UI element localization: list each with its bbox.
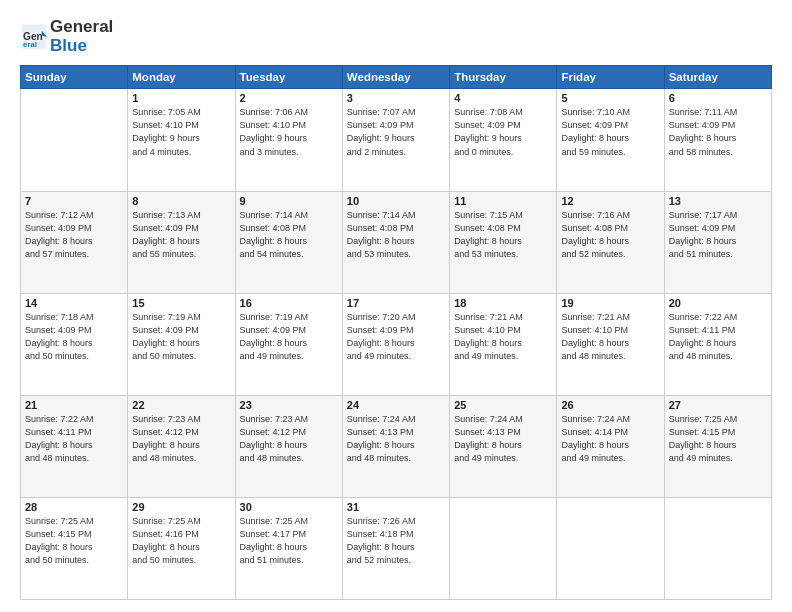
calendar-cell	[664, 497, 771, 599]
calendar-cell	[21, 89, 128, 191]
day-number: 16	[240, 297, 338, 309]
calendar-cell: 9Sunrise: 7:14 AM Sunset: 4:08 PM Daylig…	[235, 191, 342, 293]
day-number: 27	[669, 399, 767, 411]
calendar-cell: 22Sunrise: 7:23 AM Sunset: 4:12 PM Dayli…	[128, 395, 235, 497]
calendar-cell: 6Sunrise: 7:11 AM Sunset: 4:09 PM Daylig…	[664, 89, 771, 191]
calendar-cell: 2Sunrise: 7:06 AM Sunset: 4:10 PM Daylig…	[235, 89, 342, 191]
calendar-week-1: 1Sunrise: 7:05 AM Sunset: 4:10 PM Daylig…	[21, 89, 772, 191]
day-number: 29	[132, 501, 230, 513]
weekday-header-row: SundayMondayTuesdayWednesdayThursdayFrid…	[21, 66, 772, 89]
calendar-cell: 15Sunrise: 7:19 AM Sunset: 4:09 PM Dayli…	[128, 293, 235, 395]
day-info: Sunrise: 7:17 AM Sunset: 4:09 PM Dayligh…	[669, 209, 767, 261]
day-info: Sunrise: 7:23 AM Sunset: 4:12 PM Dayligh…	[240, 413, 338, 465]
day-number: 1	[132, 92, 230, 104]
calendar-cell: 26Sunrise: 7:24 AM Sunset: 4:14 PM Dayli…	[557, 395, 664, 497]
logo-text: GeneralBlue	[50, 18, 113, 55]
day-info: Sunrise: 7:25 AM Sunset: 4:17 PM Dayligh…	[240, 515, 338, 567]
day-info: Sunrise: 7:19 AM Sunset: 4:09 PM Dayligh…	[132, 311, 230, 363]
day-info: Sunrise: 7:16 AM Sunset: 4:08 PM Dayligh…	[561, 209, 659, 261]
day-info: Sunrise: 7:22 AM Sunset: 4:11 PM Dayligh…	[25, 413, 123, 465]
day-number: 13	[669, 195, 767, 207]
day-info: Sunrise: 7:19 AM Sunset: 4:09 PM Dayligh…	[240, 311, 338, 363]
day-number: 28	[25, 501, 123, 513]
calendar-cell: 7Sunrise: 7:12 AM Sunset: 4:09 PM Daylig…	[21, 191, 128, 293]
day-number: 31	[347, 501, 445, 513]
calendar-week-4: 21Sunrise: 7:22 AM Sunset: 4:11 PM Dayli…	[21, 395, 772, 497]
calendar-cell: 5Sunrise: 7:10 AM Sunset: 4:09 PM Daylig…	[557, 89, 664, 191]
calendar-cell: 31Sunrise: 7:26 AM Sunset: 4:18 PM Dayli…	[342, 497, 449, 599]
day-number: 10	[347, 195, 445, 207]
day-number: 19	[561, 297, 659, 309]
day-info: Sunrise: 7:25 AM Sunset: 4:15 PM Dayligh…	[669, 413, 767, 465]
day-number: 9	[240, 195, 338, 207]
calendar-week-2: 7Sunrise: 7:12 AM Sunset: 4:09 PM Daylig…	[21, 191, 772, 293]
calendar-cell: 11Sunrise: 7:15 AM Sunset: 4:08 PM Dayli…	[450, 191, 557, 293]
day-number: 15	[132, 297, 230, 309]
calendar-cell: 19Sunrise: 7:21 AM Sunset: 4:10 PM Dayli…	[557, 293, 664, 395]
svg-text:eral: eral	[23, 40, 37, 49]
day-number: 3	[347, 92, 445, 104]
weekday-header-sunday: Sunday	[21, 66, 128, 89]
day-number: 11	[454, 195, 552, 207]
calendar-cell: 4Sunrise: 7:08 AM Sunset: 4:09 PM Daylig…	[450, 89, 557, 191]
day-number: 7	[25, 195, 123, 207]
day-number: 18	[454, 297, 552, 309]
day-number: 17	[347, 297, 445, 309]
calendar-cell: 17Sunrise: 7:20 AM Sunset: 4:09 PM Dayli…	[342, 293, 449, 395]
day-info: Sunrise: 7:15 AM Sunset: 4:08 PM Dayligh…	[454, 209, 552, 261]
calendar-cell: 13Sunrise: 7:17 AM Sunset: 4:09 PM Dayli…	[664, 191, 771, 293]
weekday-header-wednesday: Wednesday	[342, 66, 449, 89]
calendar-cell: 18Sunrise: 7:21 AM Sunset: 4:10 PM Dayli…	[450, 293, 557, 395]
calendar-cell: 14Sunrise: 7:18 AM Sunset: 4:09 PM Dayli…	[21, 293, 128, 395]
header: Gen eral GeneralBlue	[20, 18, 772, 55]
day-number: 5	[561, 92, 659, 104]
calendar-cell: 12Sunrise: 7:16 AM Sunset: 4:08 PM Dayli…	[557, 191, 664, 293]
logo: Gen eral GeneralBlue	[20, 18, 113, 55]
day-info: Sunrise: 7:14 AM Sunset: 4:08 PM Dayligh…	[347, 209, 445, 261]
calendar-cell: 24Sunrise: 7:24 AM Sunset: 4:13 PM Dayli…	[342, 395, 449, 497]
day-info: Sunrise: 7:25 AM Sunset: 4:15 PM Dayligh…	[25, 515, 123, 567]
calendar-cell: 10Sunrise: 7:14 AM Sunset: 4:08 PM Dayli…	[342, 191, 449, 293]
day-info: Sunrise: 7:12 AM Sunset: 4:09 PM Dayligh…	[25, 209, 123, 261]
weekday-header-friday: Friday	[557, 66, 664, 89]
day-info: Sunrise: 7:26 AM Sunset: 4:18 PM Dayligh…	[347, 515, 445, 567]
day-number: 4	[454, 92, 552, 104]
day-info: Sunrise: 7:22 AM Sunset: 4:11 PM Dayligh…	[669, 311, 767, 363]
calendar-cell: 30Sunrise: 7:25 AM Sunset: 4:17 PM Dayli…	[235, 497, 342, 599]
day-number: 12	[561, 195, 659, 207]
calendar-table: SundayMondayTuesdayWednesdayThursdayFrid…	[20, 65, 772, 600]
calendar-cell: 27Sunrise: 7:25 AM Sunset: 4:15 PM Dayli…	[664, 395, 771, 497]
calendar-cell: 25Sunrise: 7:24 AM Sunset: 4:13 PM Dayli…	[450, 395, 557, 497]
calendar-cell: 3Sunrise: 7:07 AM Sunset: 4:09 PM Daylig…	[342, 89, 449, 191]
day-info: Sunrise: 7:24 AM Sunset: 4:13 PM Dayligh…	[454, 413, 552, 465]
weekday-header-tuesday: Tuesday	[235, 66, 342, 89]
day-info: Sunrise: 7:05 AM Sunset: 4:10 PM Dayligh…	[132, 106, 230, 158]
calendar-cell: 29Sunrise: 7:25 AM Sunset: 4:16 PM Dayli…	[128, 497, 235, 599]
calendar-cell: 8Sunrise: 7:13 AM Sunset: 4:09 PM Daylig…	[128, 191, 235, 293]
day-info: Sunrise: 7:18 AM Sunset: 4:09 PM Dayligh…	[25, 311, 123, 363]
day-number: 8	[132, 195, 230, 207]
day-info: Sunrise: 7:20 AM Sunset: 4:09 PM Dayligh…	[347, 311, 445, 363]
day-info: Sunrise: 7:06 AM Sunset: 4:10 PM Dayligh…	[240, 106, 338, 158]
day-number: 26	[561, 399, 659, 411]
day-number: 30	[240, 501, 338, 513]
logo-icon: Gen eral	[20, 23, 48, 51]
calendar-cell: 28Sunrise: 7:25 AM Sunset: 4:15 PM Dayli…	[21, 497, 128, 599]
day-number: 6	[669, 92, 767, 104]
calendar-week-5: 28Sunrise: 7:25 AM Sunset: 4:15 PM Dayli…	[21, 497, 772, 599]
weekday-header-saturday: Saturday	[664, 66, 771, 89]
calendar-cell: 20Sunrise: 7:22 AM Sunset: 4:11 PM Dayli…	[664, 293, 771, 395]
calendar-week-3: 14Sunrise: 7:18 AM Sunset: 4:09 PM Dayli…	[21, 293, 772, 395]
day-number: 20	[669, 297, 767, 309]
page: Gen eral GeneralBlue SundayMondayTuesday…	[0, 0, 792, 612]
day-info: Sunrise: 7:23 AM Sunset: 4:12 PM Dayligh…	[132, 413, 230, 465]
day-info: Sunrise: 7:21 AM Sunset: 4:10 PM Dayligh…	[454, 311, 552, 363]
calendar-cell: 21Sunrise: 7:22 AM Sunset: 4:11 PM Dayli…	[21, 395, 128, 497]
calendar-cell	[450, 497, 557, 599]
day-number: 23	[240, 399, 338, 411]
day-number: 14	[25, 297, 123, 309]
day-info: Sunrise: 7:25 AM Sunset: 4:16 PM Dayligh…	[132, 515, 230, 567]
day-info: Sunrise: 7:07 AM Sunset: 4:09 PM Dayligh…	[347, 106, 445, 158]
calendar-cell: 16Sunrise: 7:19 AM Sunset: 4:09 PM Dayli…	[235, 293, 342, 395]
day-number: 25	[454, 399, 552, 411]
